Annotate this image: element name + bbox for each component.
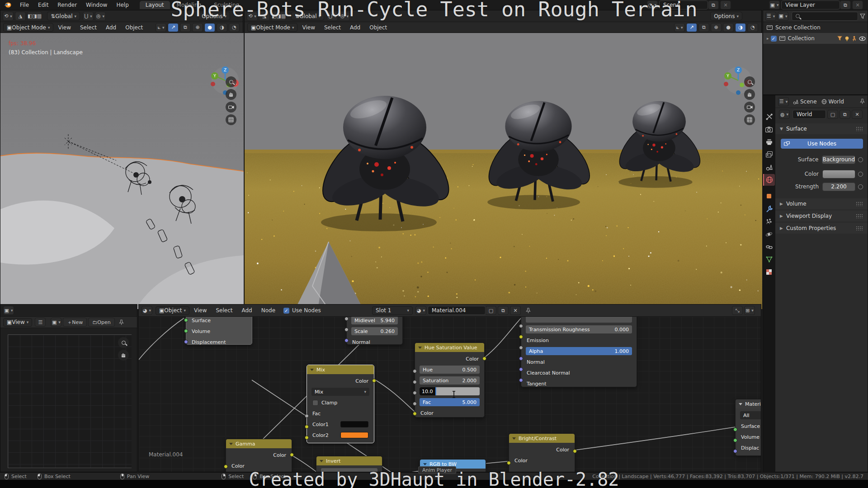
proportional-edit-icon[interactable]: ◎▾ — [339, 12, 350, 21]
node-mix[interactable]: Mix Color Mix▾ Clamp Fac Color1 Color2 — [307, 365, 374, 443]
overlays-icon[interactable]: ↗ — [168, 23, 179, 32]
options-dropdown[interactable]: Options▾ — [198, 12, 230, 20]
breadcrumb-scene[interactable]: Scene — [793, 99, 817, 105]
lamp-icon[interactable] — [844, 36, 850, 42]
snap-icon[interactable]: ⋃▾ — [327, 12, 338, 21]
image-editor[interactable]: ▣▾ ▣ View▾ ☰ ▣▾ ＋ New 🗀 Open — [0, 304, 137, 472]
tab-view-layer[interactable] — [763, 149, 775, 160]
volume-panel-header[interactable]: ▶ Volume — [775, 198, 868, 209]
scale-slider[interactable]: Scale0.260 — [351, 327, 398, 335]
grid-toggle-button[interactable] — [744, 114, 755, 125]
use-nodes-button[interactable]: Use Nodes — [781, 139, 863, 149]
scene-name-field[interactable]: Scene — [659, 0, 708, 9]
viewport-right-canvas[interactable]: Z Y X — [245, 33, 762, 309]
snap-node-icon[interactable]: ⤡ — [732, 306, 743, 315]
menu-edit[interactable]: Edit — [33, 2, 53, 8]
transform-orientation-dropdown[interactable]: ⇅ Global▾ — [291, 12, 324, 20]
tab-texture[interactable] — [763, 266, 775, 278]
select-menu[interactable]: Select — [320, 24, 345, 31]
object-menu[interactable]: Object — [365, 24, 392, 31]
expand-arrow-icon[interactable]: ▸ — [767, 36, 769, 41]
socket-hue[interactable] — [413, 369, 417, 373]
mode-dropdown[interactable]: ▣ Object Mode▾ — [247, 23, 297, 32]
delete-view-layer-icon[interactable]: ✕ — [852, 0, 863, 9]
menu-file[interactable]: File — [15, 2, 33, 8]
tab-constraints[interactable] — [763, 241, 775, 253]
color1-swatch[interactable] — [340, 421, 368, 427]
socket-color-in[interactable] — [224, 465, 228, 469]
unlink-datablock-icon[interactable]: ✕ — [852, 110, 863, 119]
alpha-slider[interactable]: Alpha1.000 — [526, 347, 632, 355]
node-header[interactable]: Mix — [307, 365, 374, 374]
workspace-tab-layout[interactable]: Layout — [140, 1, 170, 9]
node-invert[interactable]: Invert — [316, 456, 382, 472]
socket-transmission-roughness[interactable] — [519, 324, 523, 328]
mask-mode-icons[interactable]: ◧◨▥ — [271, 12, 286, 21]
material-name-field[interactable]: Material.004 — [428, 306, 486, 315]
socket-color-out[interactable] — [290, 453, 294, 457]
animate-dot-icon[interactable] — [858, 157, 863, 162]
pan-hand-button[interactable] — [226, 89, 236, 100]
camera-view-button[interactable] — [226, 102, 236, 113]
menu-window[interactable]: Window — [81, 2, 112, 8]
animate-dot-icon[interactable] — [858, 172, 863, 177]
shader-editor[interactable]: ◕▾ ▣ Object▾ View Select Add Node ✓ Use … — [138, 304, 761, 472]
socket-fac[interactable] — [305, 414, 309, 418]
socket-alpha[interactable] — [519, 346, 523, 350]
node-header[interactable]: Gamma — [226, 439, 292, 448]
zoom-button[interactable] — [118, 337, 129, 348]
socket-scale[interactable] — [344, 328, 349, 332]
socket-color-in[interactable] — [413, 412, 417, 416]
view-menu[interactable]: View — [189, 307, 211, 314]
copy-material-icon[interactable]: ⧉ — [498, 306, 509, 315]
node-overlay-icon[interactable]: ⊞▾ — [744, 306, 755, 315]
socket-emission[interactable] — [519, 335, 523, 339]
surface-value-button[interactable]: Background — [822, 155, 855, 164]
collection-checkbox[interactable]: ✓ — [771, 36, 777, 42]
snap-icon[interactable]: ⋃▾ — [83, 12, 94, 21]
open-image-button[interactable]: 🗀 Open — [88, 318, 114, 327]
socket-clearcoat-normal[interactable] — [519, 367, 523, 371]
socket-normal[interactable] — [519, 357, 523, 361]
shading-material-icon[interactable]: ◑ — [217, 23, 227, 32]
viewport-right[interactable]: ⟲▾ ◮ ◧◨▥ ⇅ Global▾ ⋃▾ ◎▾ Options▾ ▣ Obje… — [244, 10, 762, 309]
panel-grip-icon[interactable] — [856, 127, 863, 131]
workspace-tab-modeling[interactable]: Modeling — [171, 1, 208, 9]
socket-color-out[interactable] — [573, 449, 577, 453]
shading-material-icon[interactable]: ◑ — [735, 23, 746, 32]
node-graph-canvas[interactable]: Surface Volume Displacement Midlevel5.94… — [139, 317, 761, 472]
socket-normal[interactable] — [344, 338, 349, 343]
tab-render[interactable] — [763, 123, 775, 135]
add-menu[interactable]: Add — [345, 24, 365, 31]
add-menu[interactable]: Add — [101, 24, 121, 31]
shading-rendered-icon[interactable]: ◔ — [229, 23, 240, 32]
mask-mode-icons[interactable]: ◧◨▥ — [27, 12, 42, 21]
node-hue-saturation-value[interactable]: Hue Saturation Value Color Hue0.500 Satu… — [415, 343, 485, 418]
tab-scene[interactable] — [763, 161, 775, 173]
mode-dropdown[interactable]: ▣ Object Mode▾ — [3, 23, 53, 32]
color2-swatch[interactable] — [340, 432, 368, 438]
custom-properties-panel-header[interactable]: ▶ Custom Properties — [775, 223, 868, 234]
tab-world[interactable] — [763, 174, 775, 186]
xray-icon[interactable]: ⧉ — [698, 23, 709, 32]
outliner-row-collection[interactable]: ▸ ✓ Collection — [763, 33, 868, 44]
image-canvas[interactable] — [8, 334, 132, 468]
socket-fac[interactable] — [413, 402, 417, 406]
shading-wireframe-icon[interactable]: ⊕ — [192, 23, 203, 32]
filter-icon[interactable] — [860, 14, 865, 19]
surface-panel-header[interactable]: ▼ Surface — [775, 123, 868, 134]
select-menu[interactable]: Select — [211, 307, 237, 314]
viewport-left[interactable]: ⟲▾ ◮ ◧◨▥ ⇅ Global▾ ⋃▾ ◎▾ Options▾ ▣ Obje… — [0, 10, 243, 309]
tab-object-data[interactable] — [763, 253, 775, 265]
active-tool-icon[interactable]: ◮ — [15, 12, 26, 21]
socket-tangent[interactable] — [519, 378, 523, 382]
outliner-filter-mode-icon[interactable]: ▣▾ — [778, 12, 788, 21]
socket-color1[interactable] — [305, 425, 309, 429]
clamp-checkbox[interactable] — [312, 400, 318, 406]
socket-displacement[interactable] — [184, 340, 188, 344]
editor-type-icon[interactable]: ⟲▾ — [247, 12, 258, 21]
socket-displacement[interactable] — [733, 449, 737, 453]
properties-display-icon[interactable]: ☰▾ — [778, 97, 789, 106]
image-browse-icon[interactable]: ▣▾ — [51, 318, 61, 327]
pan-hand-button[interactable] — [744, 89, 755, 100]
